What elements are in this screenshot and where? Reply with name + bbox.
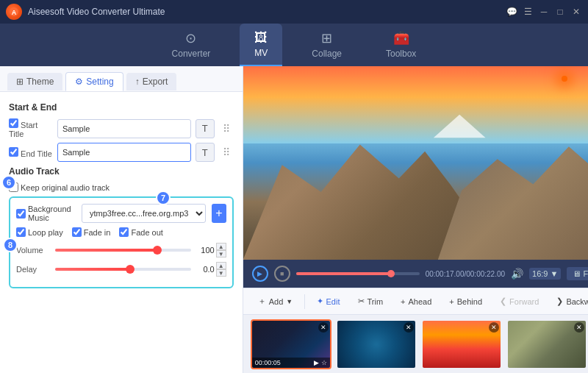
trim-button[interactable]: ✂ Trim [351, 294, 391, 309]
end-title-input[interactable] [57, 143, 191, 162]
volume-icon[interactable]: 🔊 [511, 268, 523, 280]
delay-up-button[interactable]: ▲ [216, 262, 226, 269]
subtab-theme[interactable]: ⊞ Theme [7, 73, 62, 90]
ahead-icon: + [401, 297, 405, 306]
loop-play-checkbox[interactable] [16, 227, 26, 237]
thumbnail-2[interactable]: ✕ [336, 319, 417, 369]
thumb-4-close[interactable]: ✕ [574, 322, 584, 333]
thumbnail-strip: 00:00:05 ▶ ☆ ✕ ✕ ✕ ✕ + [243, 314, 588, 373]
thumb-1-overlay: 00:00:05 ▶ ☆ [252, 358, 330, 368]
thumb-3-close[interactable]: ✕ [489, 322, 499, 333]
subtab-export[interactable]: ↑ Export [126, 73, 177, 90]
ahead-button[interactable]: + Ahead [393, 294, 439, 309]
start-title-drag-handle[interactable]: ⠿ [219, 119, 234, 138]
delay-value-container: 0.0 ▲ ▼ [197, 262, 226, 277]
app-logo: A [6, 4, 22, 20]
add-audio-button[interactable]: + [212, 204, 226, 223]
thumb-2-close[interactable]: ✕ [404, 322, 414, 333]
plus-icon: ＋ [258, 296, 266, 307]
volume-up-button[interactable]: ▲ [216, 243, 226, 250]
add-dropdown-icon: ▼ [286, 298, 293, 305]
end-title-row: End Title T ⠿ [9, 143, 234, 162]
backward-icon: ❯ [556, 296, 563, 306]
aspect-dropdown-icon: ▼ [550, 269, 558, 278]
delay-value: 0.0 [197, 265, 215, 274]
menu-icon[interactable]: ☰ [522, 6, 534, 18]
edit-button[interactable]: ✦ Edit [309, 294, 348, 309]
edit-icon: ✦ [317, 296, 323, 306]
section-start-end: Start & End [9, 102, 234, 113]
view-mode-button[interactable]: 🖥 Full ▼ [567, 267, 588, 280]
tab-toolbox[interactable]: 🧰 Toolbox [371, 24, 431, 66]
start-title-input[interactable] [57, 119, 191, 138]
end-title-drag-handle[interactable]: ⠿ [219, 143, 234, 162]
audio-row1: Background Music ytmp3free.cc...free.org… [16, 204, 226, 223]
chat-icon[interactable]: 💬 [506, 6, 517, 18]
aspect-ratio-select[interactable]: 16:9 ▼ [529, 268, 561, 280]
thumb-1-time: 00:00:05 [255, 359, 281, 366]
delay-label: Delay [16, 265, 49, 274]
thumb-1-close[interactable]: ✕ [318, 322, 329, 333]
progress-bar[interactable] [296, 272, 420, 275]
fade-out-checkbox[interactable] [119, 227, 129, 237]
maximize-button[interactable]: □ [554, 6, 566, 18]
add-button[interactable]: ＋ Add ▼ [251, 293, 301, 310]
subtab-setting[interactable]: ⚙ Setting [65, 72, 123, 91]
start-title-checkbox[interactable] [9, 118, 18, 128]
volume-spinners: ▲ ▼ [216, 243, 226, 257]
star-icon: ☆ [321, 359, 327, 366]
volume-slider[interactable] [55, 249, 191, 252]
backward-button[interactable]: ❯ Backward [549, 294, 588, 309]
forward-button[interactable]: ❮ Forward [492, 294, 546, 309]
keep-original-label[interactable]: Keep original audio track [9, 182, 110, 192]
behind-icon: + [449, 297, 453, 306]
delay-row: Delay 0.0 ▲ ▼ [16, 262, 226, 277]
tab-collage[interactable]: ⊞ Collage [297, 24, 356, 66]
delay-slider[interactable] [55, 268, 191, 271]
setting-icon: ⚙ [75, 77, 83, 87]
audio-file-select[interactable]: ytmp3free.cc...free.org.mp3 [82, 204, 206, 223]
end-title-text-style-button[interactable]: T [196, 143, 215, 162]
section-audio: Audio Track [9, 166, 234, 177]
tab-converter[interactable]: ⊙ Converter [157, 24, 226, 66]
behind-button[interactable]: + Behind [442, 294, 490, 309]
start-title-label: Start Title [9, 118, 53, 138]
fade-in-label[interactable]: Fade in [72, 227, 111, 237]
volume-row: Volume 100 ▲ ▼ [16, 243, 226, 257]
volume-down-button[interactable]: ▼ [216, 250, 226, 257]
player-controls: ▶ ■ 00:00:17.00/00:00:22.00 🔊 16:9 ▼ 🖥 F… [243, 260, 588, 288]
play-button[interactable]: ▶ [252, 266, 268, 282]
forward-icon: ❮ [500, 296, 506, 306]
settings-content: Start & End Start Title T ⠿ End Title T … [0, 92, 243, 373]
video-area [243, 66, 588, 260]
close-button[interactable]: ✕ [570, 6, 582, 18]
fade-in-checkbox[interactable] [72, 227, 82, 237]
stop-button[interactable]: ■ [274, 266, 290, 282]
tab-mv[interactable]: 🖼 MV [240, 24, 282, 66]
thumbnail-3[interactable]: ✕ [421, 319, 502, 369]
bg-music-label[interactable]: Background Music [16, 205, 76, 222]
end-title-checkbox[interactable] [9, 147, 18, 157]
audio-options: Loop play Fade in Fade out [16, 227, 226, 237]
tab-mv-label: MV [254, 48, 268, 58]
delay-down-button[interactable]: ▼ [216, 269, 226, 277]
volume-label: Volume [16, 246, 49, 255]
toolbox-icon: 🧰 [393, 30, 409, 46]
fade-out-label[interactable]: Fade out [119, 227, 162, 237]
bg-music-checkbox[interactable] [16, 209, 26, 219]
end-title-label: End Title [9, 147, 53, 158]
titlebar: A Aiseesoft Video Converter Ultimate 💬 ☰… [0, 0, 588, 24]
tab-converter-label: Converter [172, 49, 211, 59]
loop-play-label[interactable]: Loop play [16, 227, 63, 237]
thumbnail-4[interactable]: ✕ [506, 319, 587, 369]
keep-audio-row: Keep original audio track [9, 182, 234, 192]
badge-6: 6 [1, 175, 16, 190]
start-title-row: Start Title T ⠿ [9, 118, 234, 138]
start-title-text-style-button[interactable]: T [196, 119, 215, 138]
thumbnail-1[interactable]: 00:00:05 ▶ ☆ ✕ [251, 319, 331, 369]
window-controls: 💬 ☰ ─ □ ✕ [506, 6, 582, 18]
right-panel: ▶ ■ 00:00:17.00/00:00:22.00 🔊 16:9 ▼ 🖥 F… [243, 66, 588, 373]
minimize-button[interactable]: ─ [538, 6, 550, 18]
tab-collage-label: Collage [312, 49, 342, 59]
subtab-export-label: Export [143, 77, 168, 87]
